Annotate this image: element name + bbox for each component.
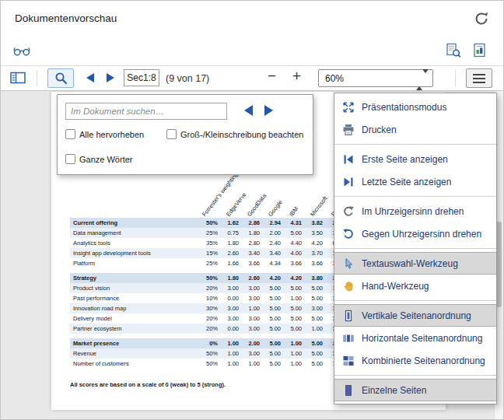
search-input[interactable] [65,103,227,120]
toolbar-divider [455,70,456,86]
table-row: Innovation road map30%3.001.005.005.003.… [70,303,348,313]
match-case-checkbox[interactable] [166,129,177,139]
score-cell: 2.94 [264,218,285,228]
score-cell: 50% [194,359,222,369]
menu-item-presentation-mode[interactable]: Präsentationsmodus [334,96,496,118]
reading-view-button[interactable] [13,46,30,60]
print-icon [342,124,355,136]
search-button[interactable] [47,68,74,88]
score-cell: 5.00 [264,348,285,359]
score-cell: 50% [194,273,222,283]
whole-words-label: Ganze Wörter [79,155,132,164]
spinner-arrows-icon[interactable] [416,73,429,87]
refresh-button[interactable] [474,11,489,26]
score-cell: 35% [194,238,222,248]
spinner-up-icon[interactable] [416,73,422,90]
menu-item-hand-tool[interactable]: Hand-Werkzeug [334,275,496,297]
spinner-down-icon[interactable] [422,69,429,86]
row-label: Insight app development tools [70,248,194,258]
page-number-input[interactable] [124,69,159,86]
menu-item-label: Kombinierte Seitenanordnung [362,355,485,366]
whole-words-checkbox[interactable] [65,154,75,164]
zoom-level-select[interactable]: 60% [318,69,433,87]
score-cell: 4.31 [285,218,306,228]
score-cell: 3.70 [306,248,327,258]
score-cell: 3.00 [222,283,243,293]
find-previous-button[interactable] [244,105,253,116]
score-cell: 15% [194,248,222,258]
score-cell: 2.86 [243,218,264,228]
view-options-menu-button[interactable] [466,68,492,88]
score-cell: 10% [194,293,222,303]
score-cell: 1.00 [222,348,243,359]
menu-item-horizontal-layout[interactable]: Horizontale Seitenanordnung [334,327,496,349]
menu-item-label: Hand-Werkzeug [362,281,429,292]
row-label: Number of customers [70,359,194,369]
next-page-button[interactable] [107,73,114,82]
menu-item-text-select-tool[interactable]: Textauswahl-Werkzeug [334,252,496,275]
view-options-menu: Präsentationsmodus Drucken [334,93,497,404]
menu-item-last-page[interactable]: Letzte Seite anzeigen [334,170,496,193]
table-row: Number of customers50%1.001.005.001.005.… [70,359,348,369]
document-area: Forrester's weightingEdgeVerveGoodDataGo… [1,91,503,419]
score-cell: 2.60 [222,248,243,258]
whole-words-option[interactable]: Ganze Wörter [65,154,132,164]
score-cell: 2.00 [264,228,285,238]
score-cell: 20% [194,313,222,324]
diagonal-column-header: EdgeVerve [225,191,248,218]
score-cell: 3.00 [222,303,243,313]
document-image-button[interactable] [472,43,488,61]
score-cell: 1.00 [285,293,306,303]
menu-item-label: Textauswahl-Werkzeug [362,258,458,269]
score-cell: 3.40 [264,248,285,258]
score-cell: 1.00 [306,324,327,334]
highlight-all-option[interactable]: Alle hervorheben [65,129,144,139]
find-next-button[interactable] [264,105,273,116]
menu-separator [334,300,496,301]
menu-item-first-page[interactable]: Erste Seite anzeigen [334,148,496,170]
previous-page-button[interactable] [86,73,94,82]
hand-icon [342,280,355,292]
score-cell: 5.00 [285,303,306,313]
score-cell: 50% [194,218,222,228]
menu-item-print[interactable]: Drucken [334,118,496,141]
score-cell: 3.00 [306,303,327,313]
sidebar-toggle-button[interactable] [10,72,26,87]
menu-item-vertical-layout[interactable]: Vertikale Seitenanordnung [334,304,496,327]
preview-zoom-button[interactable] [446,43,461,61]
score-cell: 4.34 [264,258,285,268]
zoom-in-button[interactable]: + [292,68,301,85]
score-cell: 1.00 [222,359,243,369]
search-icon [54,72,68,85]
score-cell: 3.66 [285,258,306,268]
score-cell: 5.00 [264,283,285,293]
score-cell: 2.40 [264,238,285,248]
menu-separator [334,144,496,145]
match-case-option[interactable]: Groß-/Kleinschreibung beachten [166,129,303,139]
row-label: Market presence [70,338,194,348]
zoom-out-button[interactable]: − [268,68,276,85]
score-cell: 20% [194,324,222,334]
highlight-all-checkbox[interactable] [65,129,75,139]
menu-item-rotate-clockwise[interactable]: Im Uhrzeigersinn drehen [334,200,496,222]
score-cell: 3.66 [243,258,264,268]
menu-item-combined-layout[interactable]: Kombinierte Seitenanordnung [334,349,496,372]
score-cell: 0% [194,338,222,348]
score-cell: 0.00 [222,324,243,334]
score-cell: 0.00 [222,293,243,303]
menu-item-rotate-counterclockwise[interactable]: Gegen Uhrzeigersinn drehen [334,222,496,245]
score-cell: 20% [194,283,222,293]
score-cell: 1.00 [285,338,306,348]
scrollbar-thumb[interactable] [496,222,502,307]
menu-item-single-pages[interactable]: Einzelne Seiten [334,379,496,401]
score-cell: 1.00 [285,348,306,359]
presentation-mode-icon [342,101,355,114]
menu-separator [334,375,496,376]
scores-table: Current offering50%1.622.862.944.313.822… [70,218,348,369]
score-cell: 5.00 [306,359,327,369]
last-page-icon [342,176,355,188]
score-cell: 1.62 [222,218,243,228]
document-image-icon [472,43,488,58]
document-search-icon [446,43,461,58]
table-row: Analytics tools35%1.802.802.404.404.200.… [70,238,348,248]
